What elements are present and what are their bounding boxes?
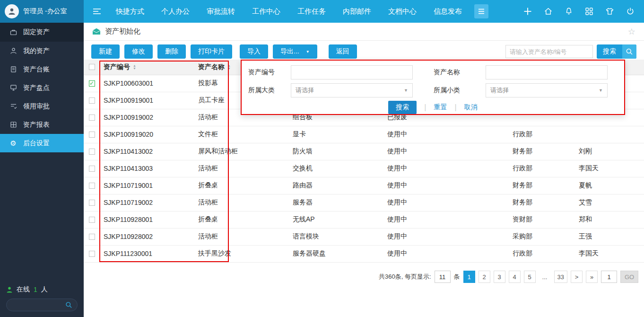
- page-button[interactable]: 3: [494, 271, 505, 283]
- cell-device: 防火墙: [289, 143, 383, 160]
- row-checkbox[interactable]: [89, 234, 95, 240]
- row-checkbox[interactable]: [89, 183, 95, 189]
- theme-shirt-icon[interactable]: [605, 7, 614, 16]
- page-button[interactable]: 4: [509, 271, 521, 283]
- nav-item-shortcuts[interactable]: 快捷方式: [107, 0, 153, 23]
- table-row[interactable]: SJKP100919020 文件柜 显卡 使用中 行政部: [84, 126, 644, 143]
- sidebar-item-my-assets[interactable]: 我的资产: [0, 42, 84, 60]
- row-checkbox[interactable]: [89, 217, 95, 223]
- header-asset-code[interactable]: 资产编号▲▼: [100, 60, 194, 75]
- next-page-button[interactable]: >: [571, 271, 583, 283]
- nav-item-info-publish[interactable]: 信息发布: [425, 0, 470, 23]
- favorite-star-icon[interactable]: ☆: [628, 26, 635, 37]
- cell-code: SJKP100919001: [100, 92, 194, 109]
- apps-grid-icon[interactable]: [585, 7, 593, 16]
- table-row[interactable]: SJKP110719002 活动柜 服务器 使用中 财务部 艾雪: [84, 194, 644, 211]
- row-checkbox[interactable]: [89, 149, 95, 155]
- sidebar-item-asset-ledger[interactable]: 资产台账: [0, 60, 84, 79]
- user-chip[interactable]: 管理员 -办公室: [0, 0, 84, 23]
- cell-dept: 财务部: [509, 143, 575, 160]
- sort-icon[interactable]: ▲▼: [227, 64, 231, 70]
- table-row[interactable]: SJKP111230001 扶手黑沙发 服务器硬盘 使用中 行政部 李国天: [84, 245, 644, 262]
- power-icon[interactable]: [626, 7, 635, 16]
- export-dropdown-button[interactable]: 导出...▼: [273, 44, 317, 59]
- avatar[interactable]: [5, 4, 19, 18]
- panel-reset-button[interactable]: 重置: [434, 103, 447, 112]
- edit-button[interactable]: 修改: [124, 44, 153, 59]
- bell-icon[interactable]: [565, 7, 573, 16]
- online-label: 在线: [17, 285, 30, 294]
- search-icon[interactable]: [65, 301, 72, 308]
- sidebar-item-label: 领用审批: [23, 102, 50, 111]
- page-size-input[interactable]: [435, 271, 451, 283]
- panel-cancel-button[interactable]: 取消: [464, 103, 478, 112]
- sidebar-item-asset-reports[interactable]: 资产报表: [0, 115, 84, 134]
- sort-icon[interactable]: ▲▼: [133, 64, 136, 70]
- page-button[interactable]: 33: [554, 271, 567, 283]
- nav-item-doc-center[interactable]: 文档中心: [380, 0, 425, 23]
- page-button[interactable]: 1: [463, 271, 475, 283]
- last-page-button[interactable]: »: [586, 271, 598, 283]
- row-checkbox[interactable]: [89, 251, 95, 257]
- plus-icon[interactable]: [523, 7, 532, 16]
- more-menu-button[interactable]: [474, 4, 488, 18]
- row-checkbox[interactable]: [89, 132, 95, 138]
- cell-device: 服务器硬盘: [289, 245, 383, 262]
- row-checkbox[interactable]: [89, 97, 95, 104]
- subcategory-label: 所属小类: [413, 86, 486, 95]
- toolbar: 新建 修改 删除 打印卡片 导入 导出...▼ 返回 搜索: [84, 44, 644, 60]
- row-checkbox[interactable]: ✓: [89, 80, 95, 87]
- category-select[interactable]: 请选择 ▼: [291, 83, 413, 97]
- cell-dept: 采购部: [509, 228, 575, 245]
- jump-page-input[interactable]: [601, 271, 617, 283]
- nav-item-work-center[interactable]: 工作中心: [244, 0, 289, 23]
- back-button[interactable]: 返回: [329, 44, 357, 59]
- table-row[interactable]: SJKP110413002 屏风和活动柜 防火墙 使用中 财务部 刘刚: [84, 143, 644, 160]
- panel-search-button[interactable]: 搜索: [388, 101, 417, 114]
- online-status: 在线 1 人: [6, 285, 78, 294]
- subcategory-select[interactable]: 请选择 ▼: [486, 83, 608, 97]
- asset-name-input[interactable]: [486, 65, 608, 79]
- document-icon: [9, 66, 17, 73]
- category-select-value: 请选择: [296, 86, 404, 95]
- new-button[interactable]: 新建: [91, 44, 120, 59]
- nav-item-work-tasks[interactable]: 工作任务: [289, 0, 334, 23]
- report-grid-icon: [9, 121, 17, 128]
- sidebar-item-fixed-assets[interactable]: 固定资产: [0, 23, 84, 42]
- page-button[interactable]: 5: [524, 271, 536, 283]
- import-button[interactable]: 导入: [240, 44, 268, 59]
- search-icon: [622, 44, 636, 59]
- asset-code-input[interactable]: [291, 65, 413, 79]
- cell-status: 使用中: [383, 143, 509, 160]
- sidebar-item-asset-inventory[interactable]: 资产盘点: [0, 79, 84, 97]
- table-row[interactable]: SJKP110719001 折叠桌 路由器 使用中 财务部 夏帆: [84, 177, 644, 194]
- nav-item-approval-flow[interactable]: 审批流转: [198, 0, 244, 23]
- print-card-button[interactable]: 打印卡片: [191, 44, 232, 59]
- table-row[interactable]: SJKP110928002 活动柜 语言模块 使用中 采购部 王强: [84, 228, 644, 245]
- asset-search-input[interactable]: [505, 45, 593, 58]
- gear-icon: ⚙: [9, 140, 17, 147]
- row-checkbox[interactable]: [89, 166, 95, 172]
- advanced-search-panel: 资产编号 资产名称 所属大类 请选择 ▼ 所属小类 请选择 ▼ 搜索 | 重置 …: [241, 60, 625, 115]
- delete-button[interactable]: 删除: [157, 44, 186, 59]
- go-button[interactable]: GO: [620, 271, 638, 283]
- table-row[interactable]: SJKP110413003 活动柜 交换机 使用中 行政部 李国天: [84, 160, 644, 177]
- nav-item-internal-mail[interactable]: 内部邮件: [334, 0, 380, 23]
- row-checkbox[interactable]: [89, 114, 95, 121]
- sidebar-search-input[interactable]: [11, 301, 65, 308]
- row-checkbox[interactable]: [89, 200, 95, 206]
- page-button[interactable]: 2: [479, 271, 490, 283]
- nav-list-icon[interactable]: [92, 7, 102, 16]
- chevron-down-icon: ▼: [599, 88, 603, 93]
- search-button[interactable]: 搜索: [597, 44, 636, 59]
- nav-item-personal-office[interactable]: 个人办公: [153, 0, 198, 23]
- online-person-icon: [6, 286, 13, 293]
- cell-device: 语言模块: [289, 228, 383, 245]
- select-all-checkbox[interactable]: [89, 64, 95, 70]
- sidebar-item-backend-settings[interactable]: ⚙ 后台设置: [0, 134, 84, 152]
- table-row[interactable]: SJKP110928001 折叠桌 无线AP 使用中 资财部 郑和: [84, 211, 644, 228]
- sidebar-item-requisition-approval[interactable]: 领用审批: [0, 97, 84, 115]
- cell-name: 折叠桌: [194, 211, 289, 228]
- home-icon[interactable]: [544, 7, 553, 16]
- chevron-down-icon: ▼: [404, 88, 408, 93]
